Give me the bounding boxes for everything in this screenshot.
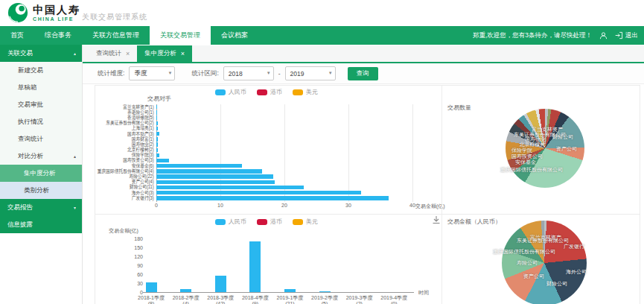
bar-track: [156, 180, 412, 185]
sidebar-item[interactable]: 关联交易▴: [0, 45, 82, 62]
bar[interactable]: [156, 132, 159, 136]
nav-item[interactable]: 综合事务: [34, 26, 82, 45]
axis-tick-label: 0: [147, 203, 165, 208]
bar[interactable]: [156, 196, 389, 200]
nav-item[interactable]: 关联方信息管理: [82, 26, 150, 45]
axis-tick-label: 10: [211, 203, 229, 208]
bar[interactable]: [156, 137, 158, 141]
sidebar-items: 关联交易▴新建交易草稿箱交易审批执行情况查询统计对比分析▴集中度分析类别分析交易…: [0, 45, 82, 233]
pie-slice-label: 财险公司: [546, 280, 567, 288]
nav-item[interactable]: 关联交易管理: [150, 26, 211, 45]
sidebar-item-label: 关联交易: [7, 49, 33, 58]
bar-row: 广发银行(3): [97, 195, 412, 200]
bar[interactable]: [156, 180, 275, 184]
bar[interactable]: [156, 186, 304, 189]
tab[interactable]: 集中度分析×: [137, 45, 192, 62]
bar[interactable]: [156, 105, 157, 109]
range-separator: -: [278, 70, 281, 77]
close-icon[interactable]: ×: [126, 50, 130, 57]
logout-button[interactable]: 退出: [615, 31, 638, 40]
nav-item[interactable]: 会议档案: [211, 26, 258, 45]
range-to-select[interactable]: 2019 ▼: [285, 66, 336, 80]
sidebar-item[interactable]: 信息披露: [0, 216, 82, 233]
bar-track: [156, 153, 412, 158]
axis-tick-label: 30: [339, 203, 357, 208]
legend-item[interactable]: 美元: [293, 88, 318, 96]
search-button[interactable]: 查询: [348, 67, 378, 80]
legend-item[interactable]: 港币: [257, 88, 282, 96]
bar-track: [156, 121, 412, 126]
bar-category-label: 广发银行(3): [107, 194, 156, 202]
legend-label: 港币: [270, 218, 282, 226]
sidebar-item[interactable]: 查询统计: [0, 130, 82, 148]
chevron-down-icon: ▼: [267, 71, 271, 75]
close-icon[interactable]: ×: [181, 50, 185, 57]
bar[interactable]: [156, 153, 159, 157]
legend-swatch: [293, 89, 303, 95]
tab-bar: 查询统计×集中度分析×: [83, 45, 644, 63]
legend-swatch: [293, 219, 303, 225]
sidebar-item[interactable]: 交易报告▾: [0, 199, 82, 216]
bar[interactable]: [156, 115, 157, 119]
range-label: 统计区间:: [191, 69, 218, 78]
bar-track: [156, 136, 412, 142]
bar[interactable]: [215, 276, 226, 292]
bar-track: [156, 126, 412, 131]
section-divider: [95, 214, 640, 215]
bar[interactable]: [156, 169, 262, 173]
bar[interactable]: [249, 241, 261, 292]
sidebar-item[interactable]: 执行情况: [0, 113, 82, 130]
bar[interactable]: [319, 291, 331, 292]
bar[interactable]: [180, 289, 191, 292]
sidebar-item[interactable]: 集中度分析: [0, 165, 82, 182]
nav-right: 郑重,欢迎您，您有3条待办，请尽快处理！ 退出: [473, 26, 638, 45]
bar[interactable]: [156, 159, 169, 162]
sidebar-item-label: 交易审批: [18, 101, 43, 110]
dimension-select[interactable]: 季度 ▼: [129, 66, 175, 80]
bar[interactable]: [284, 289, 296, 292]
legend-item[interactable]: 人民币: [215, 88, 246, 96]
bar[interactable]: [156, 164, 242, 168]
axis-tick-label: 30: [118, 281, 143, 286]
tab[interactable]: 查询统计×: [89, 45, 137, 62]
sidebar-item[interactable]: 类别分析: [0, 182, 82, 199]
sidebar-item[interactable]: 对比分析▴: [0, 148, 82, 165]
sidebar-item[interactable]: 交易审批: [0, 96, 82, 113]
quarterly-xaxis-label: 时间: [418, 289, 429, 297]
axis-tick-label: 150: [118, 245, 143, 250]
count-pie-chart: 富兰克林资产财险公司资产公司重庆国际信托股份有限公司安保基金国寿投资公司保险学院…: [506, 109, 584, 188]
bar[interactable]: [156, 174, 273, 178]
bar[interactable]: [156, 191, 361, 194]
filter-bar: 统计维度: 季度 ▼ 统计区间: 2018 ▼ - 2019 ▼ 查询: [83, 63, 644, 84]
bar[interactable]: [156, 127, 158, 130]
amount-pie-chart: 广发银行海外公司财险公司资产公司寿险公司重庆国际信托股份有限公司富兰克林资产东吴…: [502, 221, 587, 304]
legend-item[interactable]: 人民币: [215, 218, 246, 226]
bar-track: [156, 168, 412, 174]
range-to-value: 2019: [290, 70, 305, 77]
panel-divider: [441, 86, 442, 304]
bar[interactable]: [156, 142, 158, 146]
bar-track: [156, 148, 412, 153]
chevron-up-icon: ▴: [74, 153, 76, 159]
brand-name-cn: 中国人寿: [33, 4, 80, 15]
axis-tick-label: 180: [118, 236, 143, 241]
counterparty-chart-title: 交易对手: [122, 95, 197, 103]
bar[interactable]: [156, 110, 157, 114]
tab-label: 集中度分析: [144, 49, 176, 58]
legend-swatch: [215, 89, 226, 95]
bar[interactable]: [156, 148, 158, 152]
bar[interactable]: [156, 121, 158, 125]
sidebar-item-label: 对比分析: [18, 152, 43, 161]
sidebar: 关联交易▴新建交易草稿箱交易审批执行情况查询统计对比分析▴集中度分析类别分析交易…: [0, 45, 83, 304]
nav-item[interactable]: 首页: [0, 26, 34, 45]
sidebar-item-label: 执行情况: [18, 118, 43, 127]
legend-swatch: [257, 89, 267, 95]
bar[interactable]: [146, 282, 157, 292]
user-button[interactable]: [599, 31, 608, 40]
sidebar-item[interactable]: 新建交易: [0, 62, 82, 79]
range-from-select[interactable]: 2018 ▼: [223, 66, 274, 80]
legend-item[interactable]: 美元: [293, 218, 318, 226]
legend-label: 美元: [306, 88, 318, 96]
legend-item[interactable]: 港币: [257, 218, 282, 226]
sidebar-item[interactable]: 草稿箱: [0, 79, 82, 96]
